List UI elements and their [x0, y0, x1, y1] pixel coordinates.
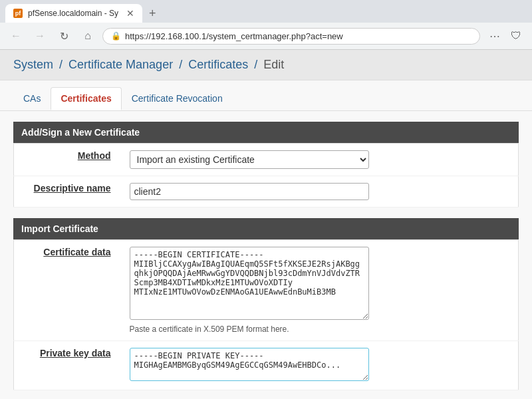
add-sign-header: Add/Sign a New Certificate [13, 122, 519, 143]
tab-crl[interactable]: Certificate Revocation [122, 87, 233, 110]
tab-title: pfSense.localdomain - Sy [28, 9, 118, 18]
method-select[interactable]: Create an internal Certificate Import an… [130, 150, 369, 169]
import-cert-form: Certificate data -----BEGIN CERTIFICATE-… [13, 239, 519, 390]
private-key-row: Private key data -----BEGIN PRIVATE KEY-… [14, 341, 519, 390]
cert-data-value: -----BEGIN CERTIFICATE----- MIIBljCCAXyg… [120, 240, 519, 341]
tab-cas[interactable]: CAs [13, 87, 51, 110]
breadcrumb-certificates[interactable]: Certificates [188, 58, 248, 71]
cert-data-textarea[interactable]: -----BEGIN CERTIFICATE----- MIIBljCCAXyg… [130, 247, 369, 320]
private-key-label: Private key data [14, 341, 120, 390]
reload-button[interactable]: ↻ [55, 27, 73, 45]
extensions-button[interactable]: ⋯ [485, 27, 504, 45]
descriptive-name-label: Descriptive name [14, 176, 120, 207]
method-row: Method Create an internal Certificate Im… [14, 144, 519, 176]
shield-button[interactable]: 🛡 [507, 27, 525, 45]
address-field[interactable]: 🔒 https://192.168.100.1/system_certmanag… [102, 28, 480, 45]
forward-button[interactable]: → [31, 27, 49, 45]
method-value: Create an internal Certificate Import an… [120, 144, 519, 176]
breadcrumb-sep-3: / [254, 58, 257, 71]
descriptive-name-row: Descriptive name [14, 176, 519, 207]
home-button[interactable]: ⌂ [78, 27, 97, 45]
breadcrumb-edit: Edit [263, 58, 284, 71]
main-area: Add/Sign a New Certificate Method Create… [0, 111, 532, 399]
page-content: System / Certificate Manager / Certifica… [0, 50, 532, 399]
active-tab: pf pfSense.localdomain - Sy ✕ [5, 4, 142, 23]
cert-data-hint: Paste a certificate in X.509 PEM format … [130, 325, 509, 334]
import-cert-header: Import Certificate [13, 218, 519, 239]
breadcrumb-sep-1: / [59, 58, 63, 71]
breadcrumb: System / Certificate Manager / Certifica… [0, 50, 532, 80]
private-key-textarea[interactable]: -----BEGIN PRIVATE KEY----- MIGHAgEAMBMG… [130, 348, 369, 381]
lock-icon: 🔒 [111, 31, 121, 41]
breadcrumb-system[interactable]: System [13, 58, 53, 71]
tab-bar: pf pfSense.localdomain - Sy ✕ + [0, 0, 532, 23]
add-sign-form: Method Create an internal Certificate Im… [13, 143, 519, 207]
back-button[interactable]: ← [7, 27, 25, 45]
tab-certificates[interactable]: Certificates [51, 87, 121, 110]
address-bar: ← → ↻ ⌂ 🔒 https://192.168.100.1/system_c… [0, 23, 532, 49]
breadcrumb-certmanager[interactable]: Certificate Manager [68, 58, 173, 71]
private-key-value: -----BEGIN PRIVATE KEY----- MIGHAgEAMBMG… [120, 341, 519, 390]
descriptive-name-value [120, 176, 519, 207]
breadcrumb-sep-2: / [179, 58, 182, 71]
tab-close-button[interactable]: ✕ [126, 8, 134, 19]
url-text: https://192.168.100.1/system_certmanager… [125, 31, 343, 41]
address-actions: ⋯ 🛡 [485, 27, 525, 45]
method-label: Method [14, 144, 120, 176]
cert-data-row: Certificate data -----BEGIN CERTIFICATE-… [14, 240, 519, 341]
browser-chrome: pf pfSense.localdomain - Sy ✕ + ← → ↻ ⌂ … [0, 0, 532, 50]
tab-favicon: pf [13, 9, 23, 18]
nav-tabs: CAs Certificates Certificate Revocation [0, 80, 532, 111]
cert-data-label: Certificate data [14, 240, 120, 341]
descriptive-name-input[interactable] [130, 183, 369, 200]
new-tab-button[interactable]: + [145, 7, 160, 21]
